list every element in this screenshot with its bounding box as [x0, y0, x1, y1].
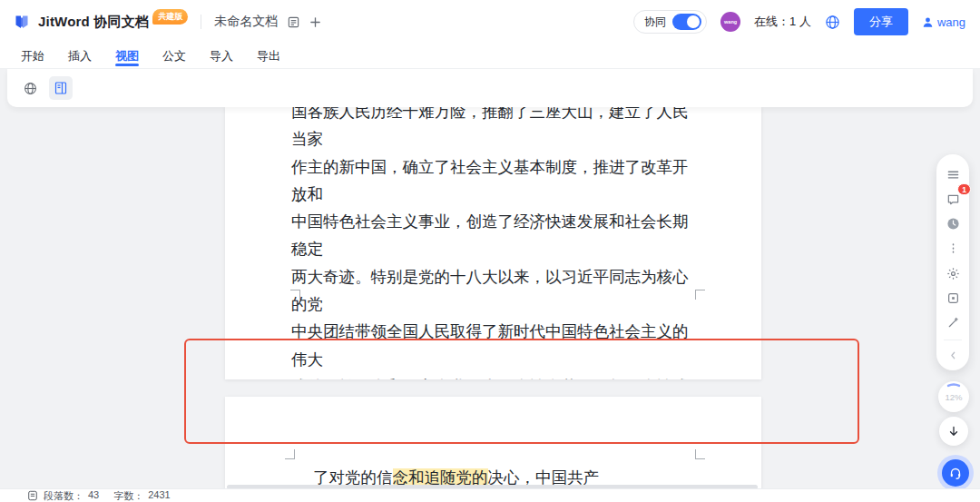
vertical-dots-icon[interactable]	[943, 239, 963, 258]
scroll-down-button[interactable]	[939, 417, 968, 446]
current-user[interactable]: wang	[922, 15, 965, 29]
view-toolbar	[7, 69, 973, 107]
user-icon	[922, 16, 934, 28]
text-line: 中国特色社会主义事业，创造了经济快速发展和社会长期稳定	[291, 208, 700, 263]
zoom-level-button[interactable]: 12%	[938, 381, 969, 412]
text-line: 两大奇迹。特别是党的十八大以来，以习近平同志为核心的党	[291, 263, 700, 319]
settings-gear-icon[interactable]	[943, 264, 963, 283]
margin-corner-mark	[285, 449, 295, 459]
document-page-2[interactable]: 了对党的信念和追随党的决心，中国共产	[225, 397, 761, 488]
frame-capture-icon[interactable]	[943, 289, 963, 308]
tab-import[interactable]: 导入	[198, 44, 245, 68]
new-document-plus-icon[interactable]	[309, 16, 321, 28]
tab-official-doc[interactable]: 公文	[151, 44, 198, 68]
highlighted-text: 念和追随党的	[393, 468, 488, 487]
document-page-1[interactable]: 国各族人民历经千难万险，推翻了三座大山，建立了人民当家 作主的新中国，确立了社会…	[225, 107, 761, 379]
word-count-icon	[27, 490, 38, 501]
zoom-progress-arc	[938, 381, 969, 412]
language-globe-icon[interactable]	[825, 15, 840, 30]
online-count: 在线：1 人	[754, 14, 811, 30]
tab-insert[interactable]: 插入	[56, 44, 103, 68]
header-right-controls: 协同 wang 在线：1 人 分享 wang	[633, 8, 965, 35]
outline-icon[interactable]	[943, 165, 963, 184]
document-title[interactable]: 未命名文档	[214, 14, 278, 30]
web-view-icon[interactable]	[18, 76, 42, 100]
text-line: 中央团结带领全国人民取得了新时代中国特色社会主义的伟大	[291, 318, 700, 373]
text-line: 成就，推动党和国家事业发生历史性变革、取得历史性成就，	[291, 373, 700, 379]
version-badge: 共建版	[152, 9, 188, 25]
text-segment: 决心，中国共产	[488, 468, 600, 487]
tab-start[interactable]: 开始	[9, 44, 56, 68]
header-divider	[201, 15, 201, 29]
paragraph-count-value: 43	[88, 489, 99, 502]
margin-corner-mark	[290, 290, 300, 300]
share-button[interactable]: 分享	[854, 8, 908, 35]
panel-divider	[944, 340, 962, 340]
doc-list-icon[interactable]	[287, 15, 300, 29]
word-count-label: 字数：	[113, 489, 143, 502]
app-title: JitWord 协同文档	[38, 14, 149, 31]
side-tool-panel: 1	[936, 154, 969, 370]
collapse-chevron-icon[interactable]	[943, 346, 963, 365]
margin-corner-mark	[695, 290, 705, 300]
word-count-value: 2431	[148, 489, 170, 502]
text-line: 作主的新中国，确立了社会主义基本制度，推进了改革开放和	[291, 153, 700, 209]
comment-icon[interactable]: 1	[943, 190, 963, 209]
text-segment: 了对党的信	[313, 468, 393, 487]
status-bar: 段落数： 43 字数： 2431	[0, 488, 980, 502]
jitword-logo-icon	[13, 13, 31, 31]
collaborator-avatar[interactable]: wang	[720, 12, 740, 32]
comment-count-badge: 1	[957, 183, 971, 195]
margin-corner-mark	[695, 449, 705, 459]
headset-icon	[942, 459, 969, 487]
page1-text[interactable]: 国各族人民历经千难万险，推翻了三座大山，建立了人民当家 作主的新中国，确立了社会…	[225, 107, 761, 379]
collab-toggle[interactable]	[672, 14, 701, 30]
user-name: wang	[937, 15, 965, 29]
customer-support-button[interactable]	[937, 455, 974, 491]
history-icon[interactable]	[943, 214, 963, 233]
paragraph-count-label: 段落数：	[44, 489, 83, 502]
collab-label: 协同	[644, 15, 666, 30]
text-line: 国各族人民历经千难万险，推翻了三座大山，建立了人民当家	[291, 107, 700, 153]
collab-toggle-group: 协同	[633, 10, 707, 34]
down-arrow-icon	[947, 425, 960, 438]
menu-bar: 开始 插入 视图 公文 导入 导出	[0, 44, 980, 69]
magic-pen-icon[interactable]	[943, 313, 963, 332]
tab-view[interactable]: 视图	[103, 44, 151, 68]
header: JitWord 协同文档 共建版 未命名文档 协同 wang 在线：1 人	[0, 0, 980, 44]
tab-export[interactable]: 导出	[245, 44, 292, 68]
document-canvas: 国各族人民历经千难万险，推翻了三座大山，建立了人民当家 作主的新中国，确立了社会…	[0, 107, 980, 488]
page-view-icon[interactable]	[49, 76, 73, 100]
app-window: JitWord 协同文档 共建版 未命名文档 协同 wang 在线：1 人	[0, 0, 980, 502]
